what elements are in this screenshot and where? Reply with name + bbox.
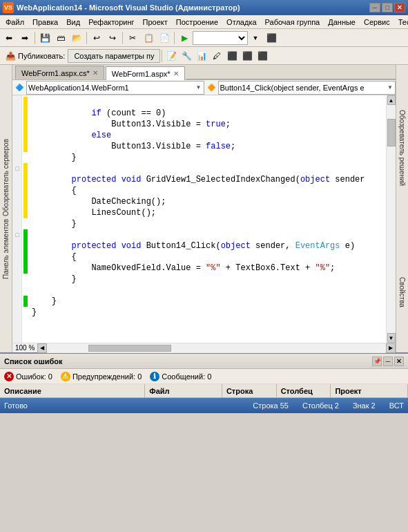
tab-aspx[interactable]: WebForm1.aspx* ✕ [106, 66, 185, 80]
pub-btn5[interactable]: ⬛ [224, 48, 240, 64]
ind-13 [22, 229, 29, 240]
menu-build[interactable]: Построение [172, 17, 222, 28]
gutter-6 [12, 152, 22, 163]
tab-aspx-cs-label: WebForm1.aspx.cs* [21, 69, 90, 77]
gutter-2 [12, 108, 22, 119]
error-count-item[interactable]: ✕ Ошибок: 0 [4, 372, 52, 381]
pub-btn1[interactable]: 📝 [164, 48, 179, 64]
scrollbar-up-arrow[interactable]: ▲ [387, 95, 396, 105]
method-dropdown-wrapper[interactable]: Button14_Click(object sender, EventArgs … [218, 81, 396, 95]
scrollbar-down-arrow[interactable]: ▼ [387, 333, 396, 343]
method-dropdown[interactable]: Button14_Click(object sender, EventArgs … [218, 81, 396, 95]
menu-debug[interactable]: Отладка [222, 17, 260, 28]
toolbar-run[interactable]: ▶ [177, 30, 192, 46]
code-gutter: □ □ [12, 95, 22, 343]
toolbar-paste[interactable]: 📄 [157, 30, 172, 46]
error-count-icon: ✕ [4, 372, 14, 381]
minimize-button[interactable]: ─ [369, 3, 380, 12]
debug-mode-select[interactable]: Debug [193, 31, 248, 45]
tab-bar: WebForm1.aspx.cs* ✕ WebForm1.aspx* ✕ [12, 65, 396, 80]
scroll-right-arrow[interactable]: ▶ [386, 343, 396, 353]
vertical-scrollbar[interactable]: ▲ ▼ [386, 95, 396, 343]
warning-label: Предупреждений: [72, 372, 135, 381]
menu-file[interactable]: Файл [1, 17, 28, 28]
gutter-14 [12, 240, 22, 251]
pub-btn4[interactable]: 🖊 [209, 48, 224, 64]
gutter-12 [12, 218, 22, 229]
toolbar-back[interactable]: ⬅ [1, 30, 17, 46]
toolbar-forward[interactable]: ➡ [17, 30, 32, 46]
toolbar-redo[interactable]: ↪ [105, 30, 120, 46]
pub-sep [162, 50, 162, 62]
scrollbar-thumb[interactable] [387, 119, 396, 146]
publish-button[interactable]: Создать параметры пу [68, 49, 160, 63]
pub-btn2[interactable]: 🔧 [179, 48, 194, 64]
debug-mode-arrow[interactable]: ▼ [248, 30, 263, 46]
ind-2 [22, 108, 29, 119]
h-scrollbar-thumb[interactable] [88, 345, 171, 352]
menu-test[interactable]: Тест [394, 17, 408, 28]
sidebar-server-explorer-label[interactable]: Обозреватель серверов [1, 137, 11, 218]
panel-close-button[interactable]: ✕ [394, 357, 404, 366]
tab-bar-fill [186, 79, 396, 79]
error-table-header: Описание Файл Строка Столбец Проект [0, 384, 408, 398]
menu-service[interactable]: Сервис [360, 17, 394, 28]
close-button[interactable]: ✕ [394, 3, 405, 12]
code-editor[interactable]: if (count == 0) Button13.Visible = true;… [29, 95, 386, 343]
window-controls[interactable]: ─ □ ✕ [369, 3, 405, 12]
toolbar-cut[interactable]: ✂ [125, 30, 140, 46]
message-count-item[interactable]: ℹ Сообщений: 0 [150, 372, 211, 381]
sidebar-solution-explorer-label[interactable]: Обозреватель решений [397, 108, 407, 187]
dropdown-bar: 🔷 WebApplication14.WebForm1 🔶 Button14_C… [12, 80, 396, 95]
toolbar-save-all[interactable]: 🗃 [53, 30, 68, 46]
tab-aspx-close[interactable]: ✕ [173, 70, 179, 77]
panel-minimize-button[interactable]: ─ [383, 357, 393, 366]
menu-view[interactable]: Вид [62, 17, 84, 28]
error-panel-header: Список ошибок 📌 ─ ✕ [0, 354, 408, 369]
toolbar-undo[interactable]: ↩ [89, 30, 104, 46]
warning-count: 0 [137, 372, 142, 381]
gutter-collapse-2[interactable]: □ [12, 229, 22, 240]
col-file[interactable]: Файл [145, 384, 222, 397]
scroll-left-arrow[interactable]: ◀ [37, 343, 47, 353]
sidebar-toolbox-label[interactable]: Панель элементов [1, 218, 11, 281]
pub-indent1[interactable]: ⬛ [240, 48, 255, 64]
error-count: 0 [48, 372, 52, 381]
toolbar-copy[interactable]: 📋 [141, 30, 156, 46]
maximize-button[interactable]: □ [382, 3, 393, 12]
gutter-collapse-1[interactable]: □ [12, 163, 22, 174]
horizontal-scrollbar[interactable] [47, 343, 386, 353]
class-dropdown-wrapper[interactable]: WebApplication14.WebForm1 [26, 81, 204, 95]
menu-teamwork[interactable]: Рабочая группа [261, 17, 324, 28]
error-summary: ✕ Ошибок: 0 ⚠ Предупреждений: 0 ℹ Сообще… [0, 369, 408, 384]
gutter-19 [12, 296, 22, 307]
panel-pin-button[interactable]: 📌 [372, 357, 382, 366]
toolbar-save[interactable]: 💾 [37, 30, 52, 46]
tab-aspx-cs-close[interactable]: ✕ [93, 69, 98, 77]
status-ready: Готово [4, 401, 28, 410]
pub-btn3[interactable]: 📊 [194, 48, 209, 64]
sidebar-properties-label[interactable]: Свойства [397, 276, 407, 309]
menu-edit[interactable]: Правка [28, 17, 62, 28]
col-desc[interactable]: Описание [0, 384, 145, 397]
class-dropdown[interactable]: WebApplication14.WebForm1 [26, 81, 204, 95]
col-row[interactable]: Строка [222, 384, 277, 397]
ind-6 [22, 152, 29, 163]
col-proj[interactable]: Проект [331, 384, 408, 397]
pub-indent2[interactable]: ⬛ [255, 48, 270, 64]
tab-aspx-cs[interactable]: WebForm1.aspx.cs* ✕ [15, 66, 104, 79]
ind-5 [22, 141, 29, 152]
menu-refactor[interactable]: Рефакторинг [84, 17, 138, 28]
gutter-11 [12, 207, 22, 218]
menu-project[interactable]: Проект [139, 17, 172, 28]
menu-data[interactable]: Данные [324, 17, 360, 28]
gutter-10 [12, 196, 22, 207]
gutter-17 [12, 274, 22, 285]
gutter-18 [12, 285, 22, 296]
warning-count-item[interactable]: ⚠ Предупреждений: 0 [61, 372, 142, 381]
method-icon: 🔶 [206, 82, 217, 93]
toolbar-stop[interactable]: ⬛ [264, 30, 279, 46]
col-col[interactable]: Столбец [277, 384, 331, 397]
toolbar-open[interactable]: 📂 [69, 30, 84, 46]
toolbar-sep-4 [174, 32, 175, 44]
